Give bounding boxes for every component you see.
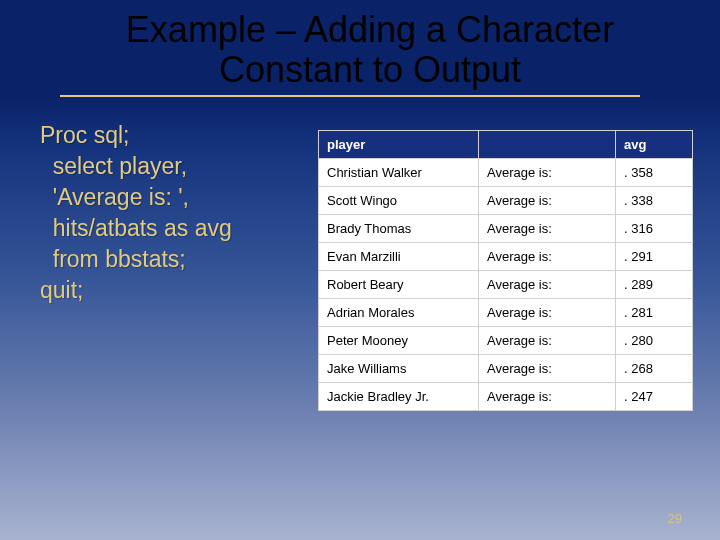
col-header-player: player bbox=[319, 131, 479, 159]
cell-avg: . 358 bbox=[616, 159, 693, 187]
cell-avg: . 280 bbox=[616, 327, 693, 355]
code-line: select player, bbox=[40, 151, 310, 182]
code-line: quit; bbox=[40, 275, 310, 306]
cell-player: Robert Beary bbox=[319, 271, 479, 299]
cell-avg: . 247 bbox=[616, 383, 693, 411]
cell-label: Average is: bbox=[479, 299, 616, 327]
table-row: Peter Mooney Average is: . 280 bbox=[319, 327, 693, 355]
col-header-blank bbox=[479, 131, 616, 159]
cell-avg: . 268 bbox=[616, 355, 693, 383]
code-line: Proc sql; bbox=[40, 120, 310, 151]
cell-player: Adrian Morales bbox=[319, 299, 479, 327]
output-table: player avg Christian Walker Average is: … bbox=[318, 130, 693, 411]
code-block: Proc sql; select player, 'Average is: ',… bbox=[40, 120, 310, 306]
cell-label: Average is: bbox=[479, 159, 616, 187]
cell-avg: . 316 bbox=[616, 215, 693, 243]
output-table-wrap: player avg Christian Walker Average is: … bbox=[318, 130, 693, 411]
cell-player: Peter Mooney bbox=[319, 327, 479, 355]
page-number: 29 bbox=[668, 511, 682, 526]
content-area: Proc sql; select player, 'Average is: ',… bbox=[40, 120, 690, 520]
title-underline bbox=[60, 95, 640, 97]
cell-label: Average is: bbox=[479, 383, 616, 411]
table-row: Brady Thomas Average is: . 316 bbox=[319, 215, 693, 243]
table-row: Christian Walker Average is: . 358 bbox=[319, 159, 693, 187]
slide-title: Example – Adding a Character Constant to… bbox=[60, 10, 680, 91]
code-line: hits/atbats as avg bbox=[40, 213, 310, 244]
table-row: Robert Beary Average is: . 289 bbox=[319, 271, 693, 299]
cell-label: Average is: bbox=[479, 271, 616, 299]
cell-avg: . 291 bbox=[616, 243, 693, 271]
cell-player: Christian Walker bbox=[319, 159, 479, 187]
cell-player: Scott Wingo bbox=[319, 187, 479, 215]
cell-avg: . 338 bbox=[616, 187, 693, 215]
table-row: Scott Wingo Average is: . 338 bbox=[319, 187, 693, 215]
cell-player: Evan Marzilli bbox=[319, 243, 479, 271]
table-row: Jake Williams Average is: . 268 bbox=[319, 355, 693, 383]
cell-avg: . 289 bbox=[616, 271, 693, 299]
slide: Example – Adding a Character Constant to… bbox=[0, 0, 720, 540]
table-row: Evan Marzilli Average is: . 291 bbox=[319, 243, 693, 271]
cell-label: Average is: bbox=[479, 187, 616, 215]
table-row: Jackie Bradley Jr. Average is: . 247 bbox=[319, 383, 693, 411]
cell-player: Jackie Bradley Jr. bbox=[319, 383, 479, 411]
cell-avg: . 281 bbox=[616, 299, 693, 327]
col-header-avg: avg bbox=[616, 131, 693, 159]
title-area: Example – Adding a Character Constant to… bbox=[0, 0, 720, 97]
table-row: Adrian Morales Average is: . 281 bbox=[319, 299, 693, 327]
cell-label: Average is: bbox=[479, 327, 616, 355]
table-header-row: player avg bbox=[319, 131, 693, 159]
code-line: from bbstats; bbox=[40, 244, 310, 275]
cell-label: Average is: bbox=[479, 355, 616, 383]
cell-player: Brady Thomas bbox=[319, 215, 479, 243]
cell-player: Jake Williams bbox=[319, 355, 479, 383]
cell-label: Average is: bbox=[479, 243, 616, 271]
cell-label: Average is: bbox=[479, 215, 616, 243]
code-line: 'Average is: ', bbox=[40, 182, 310, 213]
